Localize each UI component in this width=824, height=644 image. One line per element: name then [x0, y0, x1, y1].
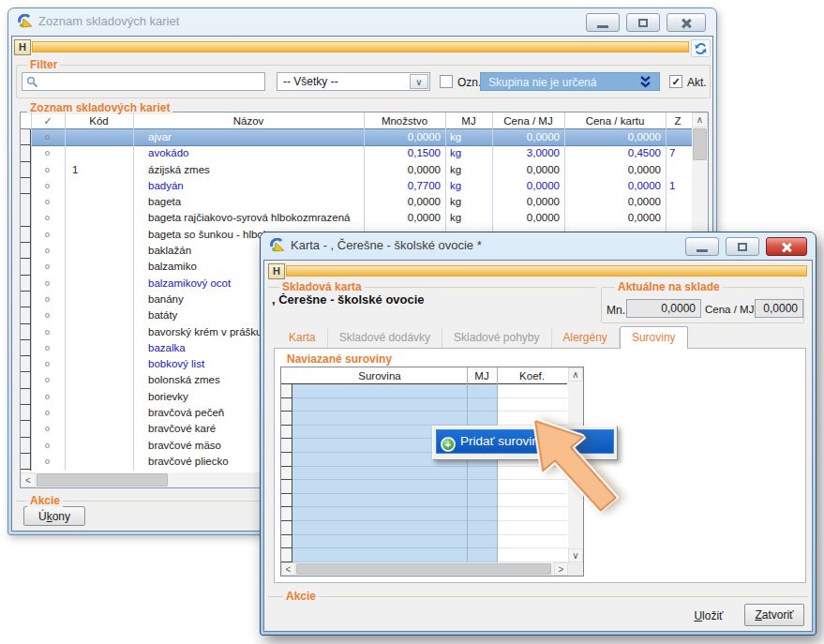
table-header[interactable]: Surovina MJ Koef. [281, 367, 567, 384]
column-koef[interactable]: Koef. [497, 367, 567, 384]
table-row[interactable]: bageta0,0000kg0,00000,0000 [21, 194, 692, 210]
cell-cena_kartu: 0,0000 [564, 194, 661, 210]
scroll-thumb[interactable] [37, 473, 168, 487]
tab-skladov-dod-vky[interactable]: Skladové dodávky [328, 328, 442, 348]
akcie-label: Akcie [27, 494, 63, 507]
group-filter-value: Skupina nie je určená [488, 76, 596, 89]
scroll-down-icon[interactable]: ∨ [568, 548, 583, 562]
titlebar[interactable]: Karta - , Čerešne - školské ovocie * [260, 232, 817, 260]
cell-cena_mj: 3,0000 [492, 145, 560, 161]
column-kod[interactable]: Kód [65, 112, 133, 129]
save-button[interactable]: Uložiť [681, 606, 737, 626]
cell-z [667, 162, 690, 178]
titlebar[interactable]: Zoznam skladových kariet [7, 7, 717, 36]
ozn-checkbox[interactable] [440, 75, 453, 88]
cell-kod [65, 227, 130, 243]
table-row[interactable]: bageta rajčiakovo-syrová hlbokozmrazená0… [21, 210, 692, 226]
refresh-icon [693, 41, 709, 56]
desktop: Zoznam skladových kariet H Filter [0, 0, 824, 644]
minimize-button[interactable] [586, 13, 620, 32]
cell-z: 1 [667, 178, 690, 194]
close-button[interactable] [667, 13, 706, 32]
window-title: Zoznam skladových kariet [38, 14, 179, 28]
tab-strip: KartaSkladové dodávkySkladové pohybyAler… [277, 328, 688, 349]
row-marker-icon [45, 297, 50, 302]
close-button[interactable] [766, 237, 807, 256]
cell-cena_mj: 0,0000 [492, 194, 560, 210]
refresh-button[interactable] [691, 39, 711, 57]
ozn-label: Ozn. [457, 76, 481, 89]
close-card-button[interactable]: Zatvoriť [744, 604, 804, 626]
scroll-up-icon[interactable]: ∧ [568, 367, 583, 382]
row-marker-icon [45, 443, 50, 448]
maximize-button[interactable] [726, 237, 759, 256]
cell-kod [65, 243, 130, 259]
chevron-down-icon[interactable]: ∨ [410, 74, 428, 89]
row-marker-icon [45, 346, 50, 351]
tab-alerg-ny[interactable]: Alergény [552, 328, 620, 348]
mn-label: Mn. [607, 304, 625, 317]
group-filter-field[interactable]: Skupina nie je určená [480, 72, 660, 91]
scroll-thumb[interactable] [296, 563, 551, 575]
table-row[interactable]: avokádo0,1500kg3,00000,45007 [21, 145, 692, 161]
section-label: Zoznam skladových kariet [27, 101, 172, 114]
column-z[interactable]: Z [666, 112, 690, 129]
table-row[interactable]: badyán0,7700kg0,00000,00001 [21, 178, 692, 194]
help-button[interactable]: H [14, 39, 31, 55]
cell-kod [65, 438, 130, 454]
plus-icon: + [441, 437, 456, 452]
cell-kod [65, 307, 130, 323]
column-mj[interactable]: MJ [467, 367, 497, 384]
scroll-left-icon[interactable]: < [281, 562, 295, 576]
naviazane-suroviny-label: Naviazané suroviny [284, 352, 395, 366]
column-check[interactable]: ✓ [31, 112, 65, 129]
card-section-label: Skladová karta [279, 280, 365, 293]
double-chevron-down-icon[interactable] [639, 75, 652, 89]
column-cena-kartu[interactable]: Cena / kartu [564, 112, 666, 129]
tab-skladov-pohyby[interactable]: Skladové pohyby [442, 328, 551, 348]
column-mnozstvo[interactable]: Množstvo [364, 112, 445, 129]
cell-mnozstvo: 0,0000 [364, 162, 441, 178]
row-marker-icon [45, 411, 50, 415]
ukony-button[interactable]: Úkony [23, 506, 85, 526]
search-icon [26, 76, 38, 88]
card-window: Karta - , Čerešne - školské ovocie * H S… [260, 232, 817, 636]
scroll-left-icon[interactable]: < [21, 472, 36, 487]
cell-kod [65, 194, 130, 210]
suroviny-table[interactable]: Surovina MJ Koef. ∧ ∨ [280, 367, 584, 577]
table-row[interactable]: 1ázijská zmes0,0000kg0,00000,0000 [21, 162, 692, 178]
column-surovina[interactable]: Surovina [292, 367, 467, 384]
scroll-up-icon[interactable]: ∧ [692, 112, 708, 127]
scroll-right-icon[interactable]: > [554, 562, 568, 576]
cell-kod [65, 178, 130, 194]
tab-karta[interactable]: Karta [277, 328, 328, 348]
table-row[interactable]: ajvar0,0000kg0,00000,0000 [21, 129, 692, 145]
cell-cena_kartu: 0,0000 [564, 129, 661, 145]
maximize-button[interactable] [626, 13, 660, 32]
scroll-thumb[interactable] [693, 128, 707, 160]
row-marker-icon [45, 281, 50, 286]
cell-nazov: badyán [133, 178, 364, 194]
akt-checkbox[interactable]: ✓ [669, 75, 682, 88]
horizontal-scrollbar[interactable]: < > [281, 562, 568, 576]
cell-kod [65, 276, 130, 292]
column-mj[interactable]: MJ [445, 112, 492, 129]
tab-suroviny[interactable]: Suroviny [620, 326, 688, 349]
column-nazov[interactable]: Názov [133, 112, 364, 129]
maximize-icon [638, 19, 648, 27]
cell-nazov: ázijská zmes [133, 162, 364, 178]
help-button[interactable]: H [268, 263, 285, 279]
minimize-button[interactable] [685, 237, 719, 256]
row-header-column [21, 129, 31, 471]
table-header[interactable]: ✓ Kód Názov Množstvo MJ Cena / MJ Cena /… [21, 112, 692, 129]
row-marker-icon [45, 200, 50, 204]
search-input[interactable] [22, 72, 265, 91]
row-header-column [281, 384, 292, 562]
filter-label: Filter [27, 58, 60, 71]
cell-mj: kg [445, 178, 488, 194]
row-marker-icon [45, 216, 50, 220]
cell-kod: 1 [65, 162, 130, 178]
filter-type-dropdown[interactable]: -- Všetky -- ∨ [277, 72, 430, 91]
cell-kod [65, 454, 130, 470]
column-cena-mj[interactable]: Cena / MJ [492, 112, 564, 129]
